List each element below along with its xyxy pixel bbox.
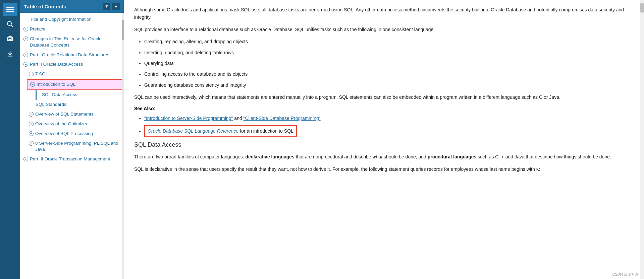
toc-content: Title and Copyright Information + Prefac…: [20, 13, 124, 166]
see-also-suffix: for an introduction to SQL: [238, 128, 293, 134]
toc-item-ch7[interactable]: − 7 SQL: [20, 69, 124, 79]
main-content: Although some Oracle tools and applicati…: [124, 0, 640, 279]
svg-line-4: [11, 25, 13, 27]
toc-item-preface[interactable]: + Preface: [20, 24, 124, 34]
para-intro1: Although some Oracle tools and applicati…: [134, 6, 630, 21]
section2-para1-prefix: There are two broad families of computer…: [134, 154, 246, 159]
svg-point-3: [7, 21, 11, 25]
plus-icon-overview-optimizer: +: [29, 122, 34, 126]
section2-title: SQL Data Access: [134, 141, 630, 148]
sidebar-scrollbar-thumb[interactable]: [122, 20, 124, 40]
toc-link-overview-sql-stmts[interactable]: Overview of SQL Statements: [35, 111, 94, 118]
list-item-4: Controlling access to the database and i…: [144, 70, 630, 78]
section2-suffix: things should be done.: [562, 154, 611, 159]
see-also-link2[interactable]: "Client-Side Database Programming": [244, 116, 321, 121]
toc-link-overview-sql-proc[interactable]: Overview of SQL Processing: [35, 131, 93, 137]
watermark: CSDN @望月淘: [612, 272, 639, 277]
toc-item-intro-sql[interactable]: − Introduction to SQL: [27, 79, 124, 90]
toc-item-changes[interactable]: + Changes in This Release for Oracle Dat…: [20, 34, 124, 50]
sidebar-header-icons: ▼ ►: [103, 3, 120, 10]
section2-mid: that are nonprocedural and describe: [294, 154, 373, 159]
see-also-item2: Oracle Database SQL Language Reference f…: [144, 125, 630, 137]
plus-icon-ch8: +: [29, 141, 34, 146]
toc-link-title[interactable]: Title and Copyright Information: [30, 16, 92, 23]
plus-icon-overview-sql-stmts: +: [29, 112, 34, 117]
section2-para2: SQL is declarative in the sense that use…: [134, 165, 630, 173]
section2-mid3: such as C++ and Java that describe: [476, 154, 554, 159]
plus-icon-part1: +: [23, 53, 28, 57]
para2: SQL can be used interactively, which mea…: [134, 93, 630, 101]
minus-icon-ch7: −: [29, 72, 34, 76]
minus-icon-part2: −: [23, 62, 28, 67]
search-button[interactable]: [3, 17, 17, 31]
toc-item-title[interactable]: Title and Copyright Information: [20, 15, 124, 24]
toolbar: [0, 0, 20, 279]
toc-item-overview-optimizer[interactable]: + Overview of the Optimizer: [20, 119, 124, 129]
toc-link-preface[interactable]: Preface: [30, 26, 46, 32]
toc-link-part3[interactable]: Part III Oracle Transaction Management: [30, 156, 110, 162]
list-item-5: Guaranteeing database consistency and in…: [144, 81, 630, 89]
plus-icon-changes: +: [23, 37, 28, 41]
see-also-section: See Also: "Introduction to Server-Side P…: [134, 106, 630, 137]
toc-item-part1[interactable]: + Part I Oracle Relational Data Structur…: [20, 50, 124, 60]
see-also-and: and: [234, 116, 243, 121]
see-also-box: Oracle Database SQL Language Reference f…: [144, 125, 297, 137]
expand-icon[interactable]: ►: [112, 3, 120, 10]
toc-item-overview-sql-stmts[interactable]: + Overview of SQL Statements: [20, 110, 124, 119]
section2-para2-suffix: :: [539, 166, 540, 172]
collapse-icon[interactable]: ▼: [103, 3, 110, 10]
toc-link-ch8[interactable]: 8 Server-Side Programming: PL/SQL and Ja…: [35, 140, 120, 153]
see-also-list: "Introduction to Server-Side Programming…: [144, 115, 630, 137]
svg-rect-0: [6, 7, 14, 8]
toc-link-part1[interactable]: Part I Oracle Relational Data Structures: [30, 52, 109, 58]
section2-mid2: should be done, and: [382, 154, 428, 159]
para-intro2: SQL provides an interface to a relationa…: [134, 26, 630, 33]
svg-rect-7: [8, 39, 11, 41]
toc-link-sql-data-access[interactable]: SQL Data Access: [42, 92, 77, 98]
list-item-1: Creating, replacing, altering, and dropp…: [144, 38, 630, 45]
toc-link-sql-standards[interactable]: SQL Standards: [36, 101, 66, 108]
list-item-3: Querying data: [144, 60, 630, 67]
toc-item-sql-standards[interactable]: SQL Standards: [20, 100, 124, 110]
svg-rect-2: [6, 11, 14, 12]
main-scrollbar-thumb[interactable]: [640, 3, 644, 13]
minus-icon-intro-sql: −: [30, 82, 35, 87]
toc-link-intro-sql[interactable]: Introduction to SQL: [37, 81, 75, 88]
toc-item-ch8[interactable]: + 8 Server-Side Programming: PL/SQL and …: [20, 139, 124, 155]
sidebar-header: Table of Contents ▼ ►: [20, 0, 124, 13]
section2-declarative: declarative languages: [246, 154, 294, 159]
section2-procedural: procedural languages: [428, 154, 476, 159]
see-also-label: See Also:: [134, 106, 155, 111]
menu-button[interactable]: [3, 3, 17, 16]
content-list: Creating, replacing, altering, and dropp…: [144, 38, 630, 89]
see-also-item1: "Introduction to Server-Side Programming…: [144, 115, 630, 122]
toc-item-part2[interactable]: − Part II Oracle Data Access: [20, 60, 124, 69]
toc-item-sql-data-access[interactable]: SQL Data Access: [36, 90, 124, 100]
section2-how: how: [554, 154, 562, 159]
toc-link-changes[interactable]: Changes in This Release for Oracle Datab…: [30, 36, 120, 49]
section2-para1: There are two broad families of computer…: [134, 153, 630, 160]
download-button[interactable]: [3, 47, 17, 60]
svg-point-8: [11, 38, 12, 39]
see-also-link1[interactable]: "Introduction to Server-Side Programming…: [144, 116, 233, 121]
toc-link-part2[interactable]: Part II Oracle Data Access: [30, 61, 83, 68]
section2-para2-text: SQL is declarative in the sense that use…: [134, 166, 536, 172]
toc-link-ch7[interactable]: 7 SQL: [35, 71, 48, 77]
print-button[interactable]: [3, 32, 17, 46]
list-item-2: Inserting, updating, and deleting table …: [144, 49, 630, 56]
main-scrollbar[interactable]: [640, 0, 644, 279]
plus-icon-preface: +: [23, 27, 28, 31]
svg-rect-1: [6, 9, 14, 10]
sidebar-scrollbar[interactable]: [122, 13, 124, 279]
toc-link-overview-optimizer[interactable]: Overview of the Optimizer: [35, 121, 87, 127]
sidebar-title: Table of Contents: [24, 4, 66, 9]
svg-rect-6: [8, 36, 11, 38]
sidebar: Table of Contents ▼ ► Title and Copyrigh…: [20, 0, 124, 279]
toc-item-overview-sql-proc[interactable]: + Overview of SQL Processing: [20, 129, 124, 139]
section2-what: what: [373, 154, 383, 159]
toc-item-part3[interactable]: + Part III Oracle Transaction Management: [20, 154, 124, 164]
plus-icon-part3: +: [23, 157, 28, 161]
see-also-link3[interactable]: Oracle Database SQL Language Reference: [148, 128, 238, 134]
plus-icon-overview-sql-proc: +: [29, 131, 34, 136]
